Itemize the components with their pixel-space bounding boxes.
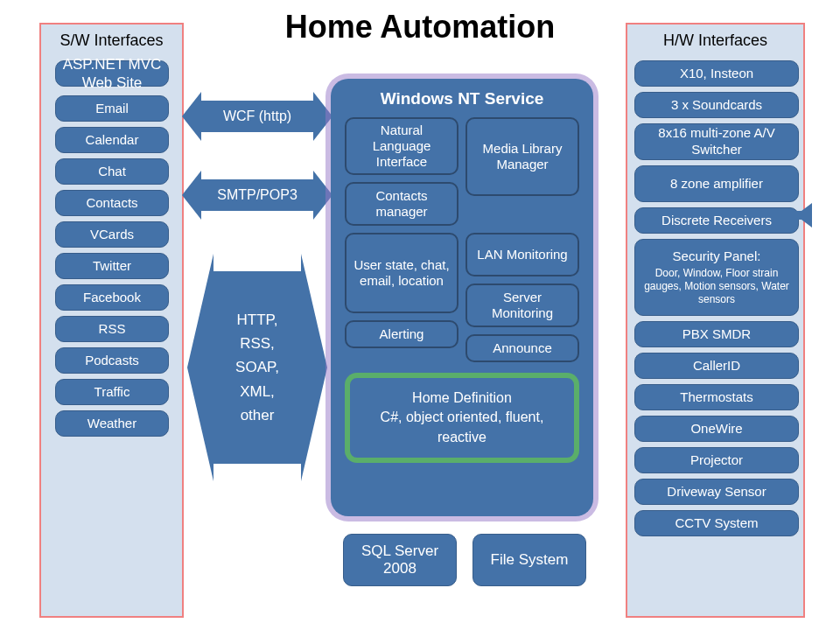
- hw-item: CallerID: [634, 353, 799, 379]
- speaker-icon: [794, 203, 816, 228]
- hw-item: Security Panel:Door, Window, Floor strai…: [634, 239, 799, 316]
- sw-item: Contacts: [55, 190, 169, 216]
- arrow-wcf: WCF (http): [188, 101, 326, 132]
- arrow-protocols-label: HTTP, RSS, SOAP, XML, other: [235, 308, 279, 427]
- svc-user-state: User state, chat, email, location: [345, 233, 458, 313]
- hw-item: OneWire: [634, 416, 799, 442]
- sw-item: Twitter: [55, 253, 169, 279]
- svc-contacts: Contacts manager: [345, 182, 458, 226]
- svc-title: Windows NT Service: [341, 89, 583, 108]
- arrow-protocols: HTTP, RSS, SOAP, XML, other: [188, 245, 326, 490]
- sw-item: VCards: [55, 221, 169, 248]
- sql-server-box: SQL Server 2008: [343, 534, 457, 586]
- svc-media: Media Library Manager: [466, 117, 579, 196]
- sw-interfaces-panel: S/W Interfaces ASP.NET MVC Web Site Emai…: [39, 23, 184, 618]
- hw-item: Discrete Receivers: [634, 207, 799, 234]
- hw-item: PBX SMDR: [634, 321, 799, 347]
- svc-lan: LAN Monitoring: [466, 233, 579, 276]
- hw-item: CCTV System: [634, 510, 799, 536]
- hw-item: 8 zone amplifier: [634, 165, 799, 202]
- sw-item: RSS: [55, 316, 169, 342]
- sw-item: Podcasts: [55, 347, 169, 374]
- svc-home-definition: Home Definition C#, object oriented, flu…: [345, 373, 579, 463]
- svc-announce: Announce: [466, 334, 579, 362]
- file-system-box: File System: [472, 534, 586, 586]
- sw-panel-title: S/W Interfaces: [48, 32, 175, 50]
- svc-alerting: Alerting: [345, 320, 458, 348]
- sw-item: Weather: [55, 410, 169, 437]
- sw-item: Email: [55, 95, 169, 122]
- hw-panel-title: H/W Interfaces: [634, 32, 796, 50]
- asp-net-box: ASP.NET MVC Web Site: [55, 60, 169, 87]
- sw-item: Traffic: [55, 379, 169, 405]
- windows-nt-service-panel: Windows NT Service Natural Language Inte…: [331, 79, 593, 516]
- sw-item: Chat: [55, 158, 169, 185]
- svc-server: Server Monitoring: [466, 284, 579, 327]
- svg-marker-0: [794, 203, 812, 228]
- sw-item: Facebook: [55, 284, 169, 311]
- hw-item: 3 x Soundcards: [634, 92, 799, 118]
- hw-item: X10, Insteon: [634, 60, 799, 87]
- hw-item: Projector: [634, 447, 799, 473]
- arrow-wcf-label: WCF (http): [223, 108, 291, 124]
- hw-item: 8x16 multi-zone A/V Switcher: [634, 123, 799, 160]
- arrow-smtp-label: SMTP/POP3: [217, 187, 298, 203]
- sw-item: Calendar: [55, 127, 169, 153]
- hw-item: Driveway Sensor: [634, 479, 799, 505]
- hw-item: Thermostats: [634, 384, 799, 410]
- svc-nli: Natural Language Interface: [345, 117, 458, 175]
- arrow-smtp: SMTP/POP3: [188, 179, 326, 211]
- hw-interfaces-panel: H/W Interfaces X10, Insteon3 x Soundcard…: [626, 23, 805, 618]
